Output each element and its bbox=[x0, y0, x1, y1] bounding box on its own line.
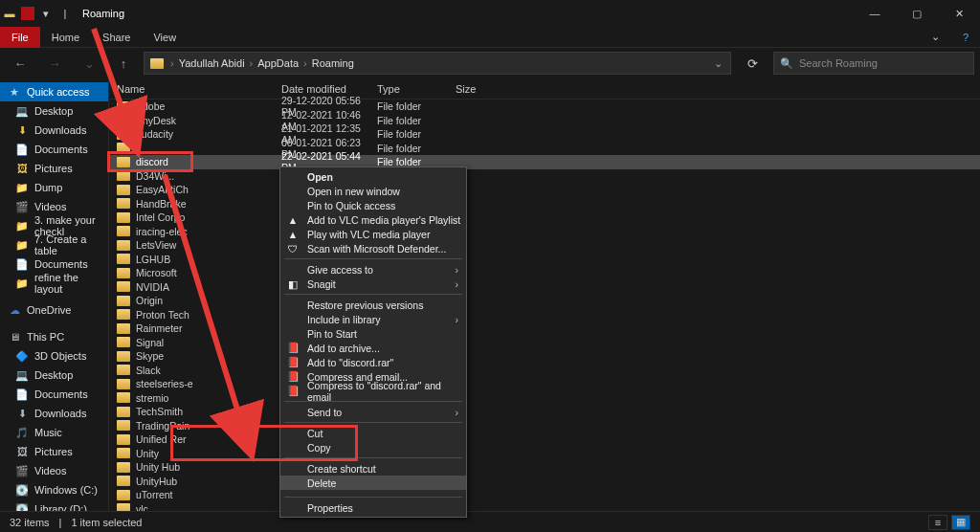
sidebar-item[interactable]: 🖼Pictures bbox=[0, 159, 108, 178]
ctx-add-archive[interactable]: 📕Add to archive... bbox=[280, 341, 466, 355]
ctx-snagit[interactable]: ◧Snagit› bbox=[280, 277, 466, 291]
tab-share[interactable]: Share bbox=[91, 27, 142, 48]
table-row[interactable]: SlackFile folder bbox=[109, 364, 980, 378]
ctx-restore-versions[interactable]: Restore previous versions bbox=[280, 298, 466, 312]
ctx-defender[interactable]: 🛡Scan with Microsoft Defender... bbox=[280, 241, 466, 255]
table-row[interactable]: iracing-elecFile folder bbox=[109, 225, 980, 239]
sidebar-item[interactable]: 💻Desktop bbox=[0, 101, 108, 121]
sidebar-quick-access[interactable]: ★Quick access bbox=[0, 82, 108, 101]
table-row[interactable]: D34Wi...File folder bbox=[109, 169, 980, 184]
column-type[interactable]: Type bbox=[377, 83, 456, 95]
ctx-include-library[interactable]: Include in library› bbox=[280, 312, 466, 326]
ctx-vlc-play[interactable]: ▲Play with VLC media player bbox=[280, 227, 466, 241]
nav-forward-button[interactable]: → bbox=[40, 52, 69, 75]
tab-view[interactable]: View bbox=[142, 27, 188, 48]
column-date[interactable]: Date modified bbox=[281, 83, 377, 95]
table-row[interactable]: EasyAntiChFile folder bbox=[109, 183, 980, 197]
view-details-button[interactable]: ≡ bbox=[928, 515, 947, 530]
table-row[interactable]: uTorrentFile folder bbox=[109, 488, 980, 502]
table-row[interactable]: Adobe29-12-2020 05:56 PMFile folder bbox=[109, 100, 980, 114]
ctx-open-new-window[interactable]: Open in new window bbox=[280, 184, 466, 198]
ctx-send-to[interactable]: Send to› bbox=[280, 405, 466, 419]
folder-icon bbox=[117, 379, 130, 389]
qat-dropdown-icon[interactable]: ▾ bbox=[38, 6, 54, 21]
column-name[interactable]: Name bbox=[117, 83, 281, 95]
table-row[interactable]: SkypeFile folder bbox=[109, 349, 980, 364]
nav-up-button[interactable]: ↑ bbox=[109, 52, 138, 75]
sidebar-item[interactable]: 💻Desktop bbox=[0, 366, 108, 385]
search-input[interactable]: 🔍 Search Roaming bbox=[773, 52, 974, 75]
ctx-delete[interactable]: Delete bbox=[280, 476, 466, 490]
address-bar[interactable]: › Yadullah Abidi › AppData › Roaming ⌄ bbox=[144, 52, 731, 75]
ctx-properties[interactable]: Properties bbox=[280, 500, 466, 515]
table-row[interactable]: AnyDesk12-02-2021 10:46 AMFile folder bbox=[109, 114, 980, 128]
sidebar-item-label: Pictures bbox=[34, 446, 73, 457]
sidebar-item[interactable]: 📁Dump bbox=[0, 178, 108, 197]
breadcrumb-segment[interactable]: AppData bbox=[254, 57, 302, 69]
table-row[interactable]: audacity21-01-2021 12:35 AMFile folder bbox=[109, 127, 980, 142]
ctx-open[interactable]: Open bbox=[280, 169, 466, 184]
ctx-add-discord-rar[interactable]: 📕Add to "discord.rar" bbox=[280, 355, 466, 369]
table-row[interactable]: OriginFile folder bbox=[109, 294, 980, 308]
ctx-cut[interactable]: Cut bbox=[280, 426, 466, 440]
nav-recent-button[interactable]: ⌄ bbox=[75, 52, 103, 75]
sidebar-onedrive[interactable]: ☁OneDrive bbox=[0, 300, 108, 320]
ctx-pin-start[interactable]: Pin to Start bbox=[280, 326, 466, 341]
ctx-pin-quick-access[interactable]: Pin to Quick access bbox=[280, 198, 466, 212]
sidebar-item[interactable]: 🎬Videos bbox=[0, 197, 108, 216]
maximize-button[interactable]: ▢ bbox=[896, 0, 938, 27]
sidebar-item[interactable]: 💽Windows (C:) bbox=[0, 480, 108, 499]
column-size[interactable]: Size bbox=[456, 83, 503, 95]
view-thumbnails-button[interactable]: ▦ bbox=[951, 515, 970, 530]
ctx-vlc-playlist[interactable]: ▲Add to VLC media player's Playlist bbox=[280, 212, 466, 227]
help-button[interactable]: ? bbox=[951, 24, 980, 51]
sidebar-item[interactable]: 📁3. make your checkl bbox=[0, 216, 108, 235]
table-row[interactable]: TechSmithFile folder bbox=[109, 405, 980, 419]
table-row[interactable]: NVIDIAFile folder bbox=[109, 280, 980, 295]
table-row[interactable]: UnityFile folder bbox=[109, 447, 980, 461]
sidebar-item[interactable]: 🔷3D Objects bbox=[0, 346, 108, 366]
sidebar-item[interactable]: 💽Library (D:) bbox=[0, 499, 108, 511]
ribbon-expand-icon[interactable]: ⌄ bbox=[920, 27, 951, 48]
table-row[interactable]: steelseries-eFile folder bbox=[109, 377, 980, 391]
table-row[interactable]: MicrosoftFile folder bbox=[109, 266, 980, 280]
table-row[interactable]: LGHUBFile folder bbox=[109, 253, 980, 267]
minimize-button[interactable]: ― bbox=[854, 0, 896, 27]
sidebar-item[interactable]: 📄Documents bbox=[0, 385, 108, 404]
table-row[interactable]: UnityHubFile folder bbox=[109, 475, 980, 489]
sidebar-item[interactable]: ⬇Downloads bbox=[0, 404, 108, 423]
ctx-create-shortcut[interactable]: Create shortcut bbox=[280, 461, 466, 476]
table-row[interactable]: Unity HubFile folder bbox=[109, 460, 980, 475]
table-row[interactable]: LetsViewFile folder bbox=[109, 238, 980, 253]
sidebar-item[interactable]: 📄Documents bbox=[0, 255, 108, 274]
ctx-copy[interactable]: Copy bbox=[280, 440, 466, 454]
table-row[interactable]: HandBrakeFile folder bbox=[109, 197, 980, 211]
folder-icon: ▬ bbox=[2, 6, 17, 21]
table-row[interactable]: Intel CorpoFile folder bbox=[109, 211, 980, 225]
refresh-button[interactable]: ⟳ bbox=[737, 52, 768, 75]
breadcrumb-segment[interactable]: Yadullah Abidi bbox=[175, 57, 249, 69]
ctx-compress-rar-email[interactable]: 📕Compress to "discord.rar" and email bbox=[280, 384, 466, 398]
sidebar-item[interactable]: 📄Documents bbox=[0, 140, 108, 159]
table-row[interactable]: Unified RerFile folder bbox=[109, 432, 980, 447]
table-row[interactable]: SignalFile folder bbox=[109, 336, 980, 350]
sidebar-item[interactable]: 📁7. Create a table bbox=[0, 235, 108, 255]
ctx-give-access[interactable]: Give access to› bbox=[280, 262, 466, 277]
table-row[interactable]: TradingPainFile folder bbox=[109, 419, 980, 433]
table-row[interactable]: stremioFile folder bbox=[109, 391, 980, 406]
table-row[interactable]: 06-01-2021 06:23 PMFile folder bbox=[109, 142, 980, 156]
sidebar-item[interactable]: 🎵Music bbox=[0, 423, 108, 442]
sidebar-item[interactable]: 📁refine the layout bbox=[0, 274, 108, 293]
sidebar-item[interactable]: 🎬Videos bbox=[0, 461, 108, 480]
nav-back-button[interactable]: ← bbox=[6, 52, 34, 75]
breadcrumb-segment[interactable]: Roaming bbox=[308, 57, 358, 69]
table-row[interactable]: Proton TechFile folder bbox=[109, 308, 980, 322]
table-row[interactable]: RainmeterFile folder bbox=[109, 321, 980, 336]
tab-file[interactable]: File bbox=[0, 27, 40, 48]
table-row[interactable]: discord22-02-2021 05:44 PMFile folder bbox=[109, 155, 980, 169]
sidebar-item[interactable]: ⬇Downloads bbox=[0, 121, 108, 140]
sidebar-this-pc[interactable]: 🖥This PC bbox=[0, 327, 108, 346]
tab-home[interactable]: Home bbox=[40, 27, 91, 48]
address-dropdown-icon[interactable]: ⌄ bbox=[706, 57, 730, 70]
sidebar-item[interactable]: 🖼Pictures bbox=[0, 442, 108, 461]
